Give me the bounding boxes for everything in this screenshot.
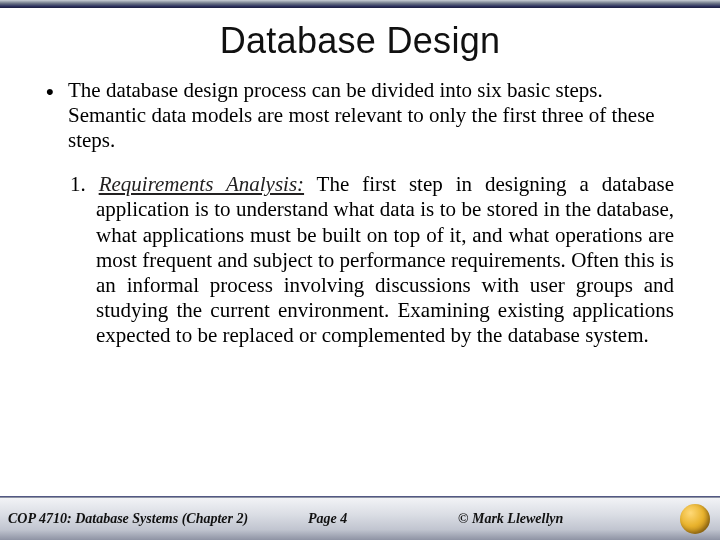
footer-page: Page 4 — [308, 511, 428, 527]
footer-logo — [670, 504, 720, 534]
step-1-number: 1. — [70, 172, 99, 196]
footer: COP 4710: Database Systems (Chapter 2) P… — [0, 498, 720, 540]
slide-title: Database Design — [0, 20, 720, 62]
intro-text: The database design process can be divid… — [68, 78, 674, 152]
step-1-heading: Requirements Analysis: — [99, 172, 304, 196]
slide: Database Design • The database design pr… — [0, 0, 720, 540]
footer-course: COP 4710: Database Systems (Chapter 2) — [0, 511, 308, 527]
ucf-logo-icon — [680, 504, 710, 534]
step-1: 1. Requirements Analysis: The first step… — [46, 172, 674, 348]
top-border — [0, 0, 720, 8]
step-1-body: The first step in designing a database a… — [96, 172, 674, 347]
intro-bullet: • The database design process can be div… — [46, 78, 674, 152]
slide-body: • The database design process can be div… — [46, 78, 674, 349]
bullet-dot-icon: • — [46, 78, 68, 152]
footer-author: © Mark Llewellyn — [428, 511, 670, 527]
